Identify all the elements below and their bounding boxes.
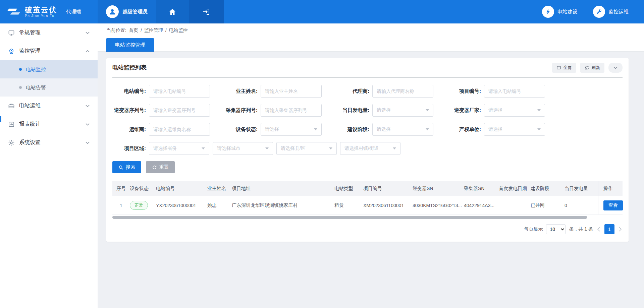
refresh-button[interactable]: 刷新	[580, 63, 604, 73]
reset-button[interactable]: 重置	[146, 161, 175, 173]
cell-project-no: XM2023061100001	[363, 203, 413, 208]
prev-page-button[interactable]	[596, 227, 601, 232]
sidebar-item-station-alarm[interactable]: 电站告警	[0, 78, 98, 97]
logout-icon	[202, 8, 210, 16]
fullscreen-label: 全屏	[563, 65, 572, 71]
sidebar-item-settings[interactable]: 系统设置	[0, 133, 98, 152]
select-placeholder: 请选择	[265, 126, 279, 132]
chevron-down-icon	[314, 128, 317, 130]
cell-daily-power: 0	[565, 203, 598, 208]
filter-label: 逆变器厂家:	[447, 107, 481, 114]
inverter-vendor-select[interactable]: 请选择	[484, 104, 545, 117]
filter-row-region: 项目区域: 请选择省份 请选择城市	[112, 142, 623, 155]
cell-owner: 姚忠	[207, 202, 232, 208]
lightning-icon	[542, 6, 554, 18]
breadcrumb-item-monitoring[interactable]: 监控管理	[144, 27, 163, 34]
filter-row: 运维商: 设备状态: 请选择 建设阶段:	[112, 123, 623, 136]
tab-station-monitor-management[interactable]: 电站监控管理	[106, 38, 154, 52]
status-badge: 正常	[130, 201, 148, 210]
filter-label: 建设阶段:	[336, 126, 369, 133]
sidebar-item-station-monitor[interactable]: 电站监控	[0, 60, 98, 78]
sidebar-item-label: 系统设置	[19, 139, 81, 146]
logo-text: 破茧云伏 Po Jian Yun Fu	[25, 6, 57, 18]
logo-mark-icon	[7, 7, 21, 17]
col-header-inverter-sn: 逆变器SN	[413, 186, 464, 192]
sidebar-item-monitoring[interactable]: 监控管理	[0, 42, 98, 60]
scrollbar-thumb[interactable]	[112, 216, 587, 219]
inverter-sn-input[interactable]	[149, 104, 210, 117]
breadcrumb: 当前位置: 首页 / 监控管理 / 电站监控	[98, 23, 644, 37]
user-menu[interactable]: 超级管理员	[98, 0, 156, 23]
main-content: 当前位置: 首页 / 监控管理 / 电站监控 电站监控管理 电站监控列表 全屏	[98, 23, 644, 308]
view-button[interactable]: 查看	[603, 200, 623, 210]
select-placeholder: 请选择县/区	[281, 145, 306, 151]
select-placeholder: 请选择	[377, 126, 391, 132]
select-placeholder: 请选择	[488, 107, 502, 113]
filter-label: 采集器序列号:	[224, 107, 258, 114]
table-row: 1 正常 YX2023061000001 姚忠 广东深圳龙华区观澜镇姚家庄村 租…	[112, 196, 623, 215]
col-header-type: 电站类型	[334, 186, 363, 192]
filter-label: 逆变器序列号:	[112, 107, 146, 114]
fullscreen-icon	[556, 65, 561, 70]
per-page-label: 每页显示	[524, 226, 543, 232]
property-unit-select[interactable]: 请选择	[484, 123, 545, 136]
col-header-actions: 操作	[598, 181, 623, 196]
bullet-icon	[19, 68, 22, 71]
cell-actions: 查看	[598, 196, 623, 214]
county-select[interactable]: 请选择县/区	[276, 142, 337, 155]
cell-collector-sn: 40422914A3...	[464, 203, 499, 208]
town-select[interactable]: 请选择村镇/街道	[340, 142, 400, 155]
sidebar-item-label: 监控管理	[19, 48, 81, 55]
filter-row: 逆变器序列号: 采集器序列号: 当日发电量: 请选择	[112, 104, 623, 117]
cell-address: 广东深圳龙华区观澜镇姚家庄村	[232, 202, 334, 208]
chevron-right-icon	[619, 227, 622, 232]
sidebar-item-reports[interactable]: 报表统计	[0, 115, 98, 133]
breadcrumb-item-home[interactable]: 首页	[129, 27, 138, 34]
search-button[interactable]: 搜索	[112, 161, 141, 173]
sidebar-item-station-ops[interactable]: 电站运维	[0, 97, 98, 115]
filter-label: 项目编号:	[447, 88, 481, 95]
sidebar-item-general[interactable]: 常规管理	[0, 23, 98, 42]
ops-vendor-input[interactable]	[149, 123, 210, 136]
daily-power-select[interactable]: 请选择	[372, 104, 433, 117]
owner-name-input[interactable]	[261, 85, 322, 98]
filter-label: 电站编号:	[112, 88, 146, 95]
home-icon	[168, 8, 176, 16]
select-placeholder: 请选择	[377, 107, 391, 113]
agent-input[interactable]	[372, 85, 433, 98]
breadcrumb-item-station-monitor[interactable]: 电站监控	[169, 27, 188, 34]
chevron-down-icon	[86, 32, 90, 34]
build-stage-select[interactable]: 请选择	[372, 123, 433, 136]
fullscreen-button[interactable]: 全屏	[552, 63, 576, 73]
collector-sn-input[interactable]	[261, 104, 322, 117]
search-button-label: 搜索	[126, 164, 135, 170]
page-size-select[interactable]: 10	[546, 224, 566, 234]
chevron-down-icon	[202, 147, 205, 149]
logout-button[interactable]	[189, 0, 224, 23]
project-no-input[interactable]	[484, 85, 545, 98]
filter-label: 项目区域:	[112, 145, 146, 152]
home-button[interactable]	[156, 0, 189, 23]
report-chart-icon	[8, 121, 15, 128]
filter-owner-name: 业主姓名:	[224, 85, 336, 98]
city-select[interactable]: 请选择城市	[213, 142, 273, 155]
chevron-down-icon	[426, 109, 429, 111]
chevron-down-icon	[613, 66, 618, 69]
device-status-select[interactable]: 请选择	[261, 123, 322, 136]
col-header-address: 项目地址	[232, 186, 334, 192]
region-selects: 请选择省份 请选择城市 请选择县/区	[149, 142, 400, 155]
province-select[interactable]: 请选择省份	[149, 142, 209, 155]
collapse-button[interactable]	[608, 63, 623, 73]
pagination: 每页显示 10 条，共 1 条 1	[112, 224, 623, 234]
chevron-left-icon	[597, 227, 600, 232]
filter-label: 运维商:	[112, 126, 146, 133]
station-no-input[interactable]	[149, 85, 210, 98]
select-placeholder: 请选择	[488, 126, 502, 132]
chevron-down-icon	[329, 147, 332, 149]
next-page-button[interactable]	[618, 227, 623, 232]
chevron-down-icon	[265, 147, 269, 149]
camera-icon	[8, 48, 15, 55]
page-number-1[interactable]: 1	[604, 224, 614, 234]
nav-monitor-ops[interactable]: 监控运维	[593, 0, 629, 23]
nav-station-construction[interactable]: 电站建设	[542, 0, 578, 23]
